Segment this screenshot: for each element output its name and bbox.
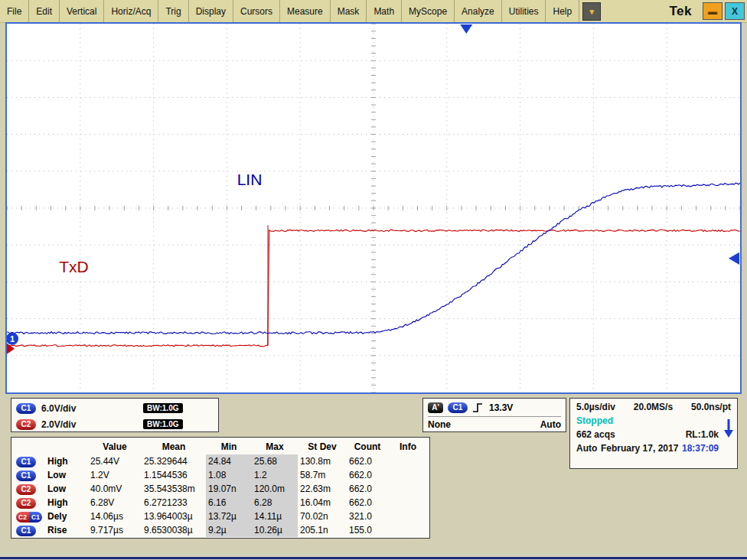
measurement-row: C1High25.44V25.32964424.8425.68130.8m662… [13,454,428,468]
measurement-min: 24.84 [206,454,252,468]
record-length: RL:1.0k [686,429,719,440]
bottom-panel: C1 6.0V/div BW:1.0G C2 2.0V/div BW:1.0G … [0,394,747,560]
channel-2-badge[interactable]: C2 [16,419,36,430]
menu-item-mask[interactable]: Mask [331,0,367,22]
chevron-down-icon: ▼ [588,8,595,16]
measurement-mean: 25.329644 [142,454,206,468]
trigger-source-badge: C1 [448,402,468,413]
measurement-channel-badge: C1 [13,468,45,482]
measurement-stdev: 16.04m [298,496,347,510]
scroll-down-arrow-icon[interactable] [724,418,733,438]
txd-label: TxD [59,258,89,275]
measurement-value: 9.717µs [88,523,142,537]
screen-bottom-edge [0,557,747,559]
measurement-channel-badge: C2 [13,482,45,496]
measurement-header-value: Value [88,440,142,454]
menu-item-help[interactable]: Help [546,0,579,22]
trigger-mode: Auto [540,419,561,430]
measurement-label: Low [45,468,88,482]
rising-edge-icon [472,402,483,413]
measurement-stdev: 22.63m [298,482,347,496]
resolution-value: 50.0ns/pt [691,402,731,412]
measurement-mean: 13.964003µ [142,510,206,523]
badge-c1: C1 [16,470,36,481]
vertical-scale-readout: C1 6.0V/div BW:1.0G C2 2.0V/div BW:1.0G [11,398,219,432]
menu-item-file[interactable]: File [0,0,29,22]
svg-text:1: 1 [10,334,15,343]
timebase-value: 5.0µs/div [576,402,615,412]
menu-item-myscope[interactable]: MyScope [402,0,455,22]
measurement-channel-badge: C1 [13,523,45,537]
badge-c1-half: C1 [29,512,42,523]
measurement-count: 662.0 [347,482,388,496]
waveform-display[interactable]: LINTxD1 [7,24,740,392]
measurement-header-mean: Mean [142,440,206,454]
channel-2-bandwidth: BW:1.0G [143,419,183,429]
measurement-count: 155.0 [347,523,388,537]
measurement-count: 662.0 [347,496,388,510]
txd-trace [7,230,740,347]
channel-1-scale: 6.0V/div [41,403,90,414]
trigger-event-badge: A' [428,402,443,413]
acquisition-count: 662 acqs [576,429,615,440]
measurement-info [388,468,428,482]
measurement-count: 662.0 [347,468,388,482]
measurement-mean: 9.6530038µ [142,523,206,537]
menu-item-horiz-acq[interactable]: Horiz/Acq [104,0,158,22]
measurement-value: 14.06µs [88,510,142,523]
acquisition-count-row: 662 acqs RL:1.0k [576,429,731,440]
measurement-channel-badge: C2 [13,496,45,510]
time-value: 18:37:09 [682,443,719,454]
trigger-level-value: 13.3V [489,402,513,413]
measurement-stdev: 58.7m [298,468,347,482]
channel-1-bandwidth: BW:1.0G [143,403,183,413]
clock-row: Auto February 17, 2017 18:37:09 [576,443,731,454]
acquisition-status-row: Stopped [576,415,731,426]
channel-2-scale: 2.0V/div [41,419,90,430]
measurement-row: C2C1Dely14.06µs13.964003µ13.72µ14.11µ70.… [13,510,428,523]
measurement-channel-badge: C2C1 [13,510,45,523]
measurement-label: Dely [45,510,88,523]
badge-c2-half: C2 [16,512,29,523]
trigger-row-1: A' C1 13.3V [428,401,561,417]
channel-1-badge[interactable]: C1 [16,403,36,414]
trigger-readout: A' C1 13.3V None Auto [422,398,566,432]
measurement-max: 25.68 [252,454,298,468]
trigger-holdoff: None [428,419,451,430]
menu-item-analyze[interactable]: Analyze [455,0,502,22]
menu-overflow-button[interactable]: ▼ [582,2,601,21]
trigger-level-marker [729,252,739,265]
menu-item-vertical[interactable]: Vertical [60,0,104,22]
measurement-row: C1Rise9.717µs9.6530038µ9.2µ10.26µ205.1n1… [13,523,428,537]
measurement-min: 9.2µ [206,523,252,537]
horizontal-row-1: 5.0µs/div 20.0MS/s 50.0ns/pt [576,402,731,412]
lin-label: LIN [237,171,263,188]
measurement-max: 120.0m [252,482,298,496]
measurement-min: 19.07n [206,482,252,496]
measurement-stdev: 205.1n [298,523,347,537]
measurement-info [388,496,428,510]
close-icon: X [732,6,738,17]
badge-c1: C1 [16,457,36,467]
waveform-frame: LINTxD1 [5,22,742,394]
menu-item-trig[interactable]: Trig [158,0,188,22]
minimize-button[interactable]: ▬ [703,2,723,20]
menu-item-utilities[interactable]: Utilities [502,0,546,22]
menu-item-display[interactable]: Display [189,0,233,22]
minimize-icon: ▬ [708,6,717,17]
measurement-table-body: C1High25.44V25.32964424.8425.68130.8m662… [13,454,428,537]
close-button[interactable]: X [725,2,745,20]
measurement-count: 321.0 [347,510,388,523]
measurement-max: 10.26µ [252,523,298,537]
measurement-channel-badge: C1 [13,454,45,468]
measurement-table-header: ValueMeanMinMaxSt DevCountInfo [13,439,428,454]
channel-row-c2: C2 2.0V/div BW:1.0G [16,418,214,431]
menu-item-math[interactable]: Math [367,0,402,22]
measurement-mean: 35.543538m [142,482,206,496]
measurement-row: C2High6.28V6.27212336.166.2816.04m662.0 [13,496,428,510]
measurement-table: ValueMeanMinMaxSt DevCountInfo C1High25.… [11,437,430,539]
menu-bar: FileEditVerticalHoriz/AcqTrigDisplayCurs… [0,0,747,23]
menu-item-measure[interactable]: Measure [280,0,331,22]
menu-item-edit[interactable]: Edit [29,0,60,22]
menu-item-cursors[interactable]: Cursors [233,0,280,22]
